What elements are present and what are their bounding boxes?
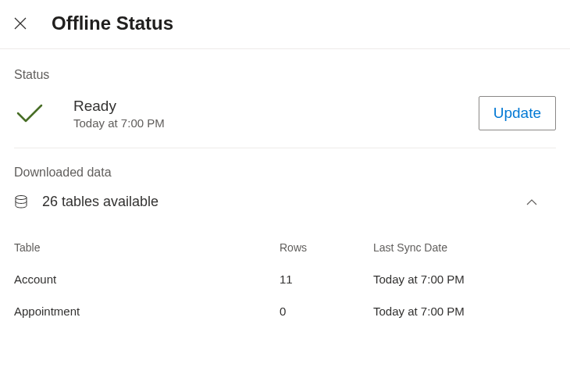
cell-name: Account (14, 273, 280, 286)
downloaded-section: Downloaded data 26 tables available (14, 166, 556, 324)
page-title: Offline Status (52, 12, 173, 34)
data-table: Table Rows Last Sync Date Account 11 Tod… (14, 235, 556, 324)
cell-count: 11 (280, 273, 373, 286)
header-table: Table (14, 241, 280, 254)
status-row: Ready Today at 7:00 PM Update (14, 96, 556, 130)
status-left: Ready Today at 7:00 PM (14, 98, 165, 130)
status-timestamp: Today at 7:00 PM (73, 116, 165, 130)
status-section: Status Ready Today at 7:00 PM Update (14, 68, 556, 148)
content: Status Ready Today at 7:00 PM Update Dow… (0, 49, 570, 324)
tables-available-row[interactable]: 26 tables available (14, 194, 556, 226)
tables-left: 26 tables available (14, 194, 159, 210)
svg-point-2 (16, 196, 27, 200)
header: Offline Status (0, 0, 570, 49)
table-header: Table Rows Last Sync Date (14, 235, 556, 260)
database-icon (14, 195, 28, 209)
chevron-up-icon (526, 199, 537, 205)
cell-sync: Today at 7:00 PM (373, 305, 556, 318)
downloaded-label: Downloaded data (14, 166, 556, 180)
close-icon[interactable] (14, 17, 27, 30)
status-label: Status (14, 68, 556, 82)
tables-available-label: 26 tables available (42, 194, 159, 210)
table-row: Account 11 Today at 7:00 PM (14, 260, 556, 292)
cell-sync: Today at 7:00 PM (373, 273, 556, 286)
checkmark-icon (16, 99, 44, 127)
header-sync: Last Sync Date (373, 241, 556, 254)
header-rows: Rows (280, 241, 373, 254)
table-row: Appointment 0 Today at 7:00 PM (14, 292, 556, 324)
status-text: Ready Today at 7:00 PM (73, 98, 165, 130)
cell-count: 0 (280, 305, 373, 318)
status-title: Ready (73, 98, 165, 115)
cell-name: Appointment (14, 305, 280, 318)
update-button[interactable]: Update (479, 96, 556, 130)
